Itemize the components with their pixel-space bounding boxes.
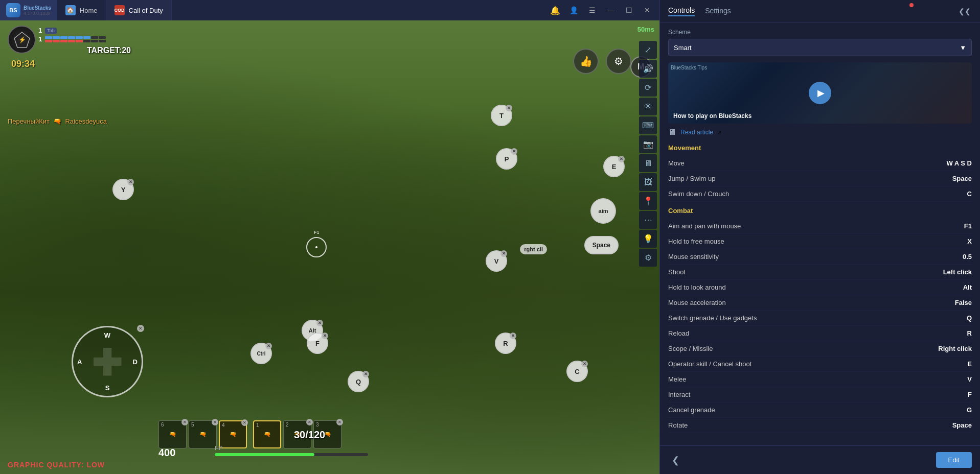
health-bar-blue (45, 36, 106, 39)
controls-row-free-mouse: Hold to free mouse X (668, 234, 972, 249)
action-reload: Reload (668, 329, 931, 337)
video-title: How to play on BlueStacks (673, 112, 751, 120)
bluestacks-icon: BS (6, 3, 20, 17)
screen-button[interactable]: 🖥 (639, 154, 657, 172)
action-sensitivity: Mouse sensitivity (668, 253, 931, 260)
panel-back-btn[interactable]: ❮❮ (958, 4, 972, 18)
pin-button[interactable]: 📍 (639, 192, 657, 210)
key-e-close[interactable]: ✕ (618, 156, 625, 162)
health-bars (45, 36, 106, 42)
key-cancel-grenade: G (931, 406, 972, 414)
key-t-button[interactable]: T ✕ (491, 105, 512, 126)
gamepad-side-button[interactable]: ⌨ (639, 116, 657, 134)
key-interact: F (931, 391, 972, 398)
key-alt-close[interactable]: ✕ (316, 320, 323, 326)
action-cancel-grenade: Cancel grenade (668, 406, 931, 414)
tab-controls[interactable]: Controls (668, 6, 695, 16)
panel-back-button[interactable]: ❮ (668, 453, 682, 467)
action-free-mouse: Hold to free mouse (668, 238, 931, 245)
video-thumbnail[interactable]: BlueStacks Tips ▶ How to play on BlueSta… (668, 62, 972, 124)
tab-home[interactable]: 🏠 Home (57, 0, 106, 20)
maximize-button[interactable]: ☐ (621, 3, 637, 17)
dpad-close[interactable]: ✕ (137, 325, 144, 332)
scheme-chevron-icon: ▼ (960, 44, 966, 52)
account-button[interactable]: 👤 (565, 3, 582, 17)
hp-bar: HP (215, 443, 368, 456)
weapon-slot-5[interactable]: 5 🔫 ✕ (189, 420, 217, 448)
video-play-button[interactable]: ▶ (809, 82, 831, 104)
weapon-slot-6-close[interactable]: ✕ (181, 419, 188, 425)
close-button[interactable]: ✕ (639, 3, 655, 17)
key-ctrl-button[interactable]: Ctrl ✕ (250, 343, 272, 364)
titlebar: BS BlueStacks 4.170.0.1039 🏠 Home COD Ca… (0, 0, 659, 20)
edit-button[interactable]: Edit (936, 452, 972, 468)
key-f-close[interactable]: ✕ (322, 333, 328, 339)
key-c-button[interactable]: C ✕ (566, 361, 588, 382)
panel-footer-back: ❮ (668, 452, 936, 468)
weapon-slot-4-close[interactable]: ✕ (241, 419, 248, 426)
key-r-close[interactable]: ✕ (510, 333, 516, 339)
key-r-button[interactable]: R ✕ (495, 333, 516, 354)
tab-settings[interactable]: Settings (705, 7, 731, 16)
key-t-close[interactable]: ✕ (506, 105, 512, 111)
player-tag: ПеречныйКит 🔫 Raicesdeyuca (8, 117, 107, 125)
camera-side-button[interactable]: 📷 (639, 135, 657, 153)
key-v-close[interactable]: ✕ (500, 250, 507, 257)
weapon-name: Raicesdeyuca (65, 117, 107, 125)
notification-button[interactable]: 🔔 (547, 3, 563, 17)
minimize-button[interactable]: — (602, 3, 619, 17)
combat-section-title: Combat (668, 207, 972, 215)
eye-button[interactable]: 👁 (639, 98, 657, 115)
weapon-slot-2-close[interactable]: ✕ (306, 419, 313, 425)
key-scope: Right click (931, 345, 972, 352)
weapon-slot-6[interactable]: 6 🔫 ✕ (158, 420, 187, 448)
key-q-button[interactable]: Q ✕ (348, 371, 369, 392)
monitor-icon: 🖥 (668, 128, 676, 137)
scheme-label: Scheme (668, 29, 972, 36)
key-aim-button[interactable]: aim (590, 198, 616, 224)
settings-game-button[interactable]: ⚙ (639, 249, 657, 267)
key-p-close[interactable]: ✕ (511, 148, 517, 155)
key-mouse-accel: False (931, 299, 972, 306)
read-article-link[interactable]: Read article (680, 129, 713, 136)
dpad[interactable]: W S A D (72, 326, 143, 397)
volume-button[interactable]: 🔊 (639, 60, 657, 78)
expand-button[interactable]: ⤢ (639, 41, 657, 59)
key-y-button[interactable]: Y ✕ (112, 179, 134, 200)
more-button[interactable]: ⋯ (639, 211, 657, 229)
weapon-slot-3-close[interactable]: ✕ (336, 419, 343, 425)
settings-hud-button[interactable]: ⚙ (606, 49, 631, 74)
action-swim-down: Swim down / Crouch (668, 190, 931, 198)
controls-row-melee: Melee V (668, 372, 972, 387)
bluestacks-logo[interactable]: BS BlueStacks 4.170.0.1039 (0, 0, 57, 20)
key-e-button[interactable]: E ✕ (603, 156, 625, 177)
menu-button[interactable]: ☰ (584, 3, 600, 17)
key-shoot: Left click (931, 268, 972, 276)
weapon-slot-5-close[interactable]: ✕ (212, 419, 218, 425)
key-q-close[interactable]: ✕ (362, 371, 369, 377)
controls-footer: ❮ Edit (660, 445, 980, 474)
controls-row-look-around: Hold to look around Alt (668, 280, 972, 295)
dpad-a-label: A (77, 358, 82, 366)
key-y-close[interactable]: ✕ (127, 179, 134, 185)
dpad-container[interactable]: W S A D ✕ (72, 326, 143, 397)
key-swim-down: C (931, 190, 972, 198)
controls-row-rotate: Rotate Space (668, 418, 972, 433)
bluestacks-version: 4.170.0.1039 (24, 11, 51, 16)
game-area[interactable]: ⚡ 1 Tab 1 (0, 20, 659, 474)
key-ctrl-close[interactable]: ✕ (265, 343, 272, 349)
tab-call-of-duty[interactable]: COD Call of Duty (106, 0, 172, 20)
key-c-close[interactable]: ✕ (581, 361, 588, 367)
action-move: Move (668, 159, 931, 167)
gallery-button[interactable]: 🖼 (639, 173, 657, 191)
key-v-button[interactable]: V ✕ (486, 250, 507, 272)
thumbs-up-button[interactable]: 👍 (573, 49, 599, 74)
key-p-button[interactable]: P ✕ (496, 148, 517, 170)
bulb-button[interactable]: 💡 (639, 230, 657, 248)
key-f-button[interactable]: F ✕ (307, 333, 328, 354)
key-space-button[interactable]: Space (584, 236, 619, 254)
rotate-button[interactable]: ⟳ (639, 79, 657, 97)
scheme-select[interactable]: Smart ▼ (668, 39, 972, 56)
action-interact: Interact (668, 391, 931, 398)
action-mouse-accel: Mouse acceleration (668, 299, 931, 306)
